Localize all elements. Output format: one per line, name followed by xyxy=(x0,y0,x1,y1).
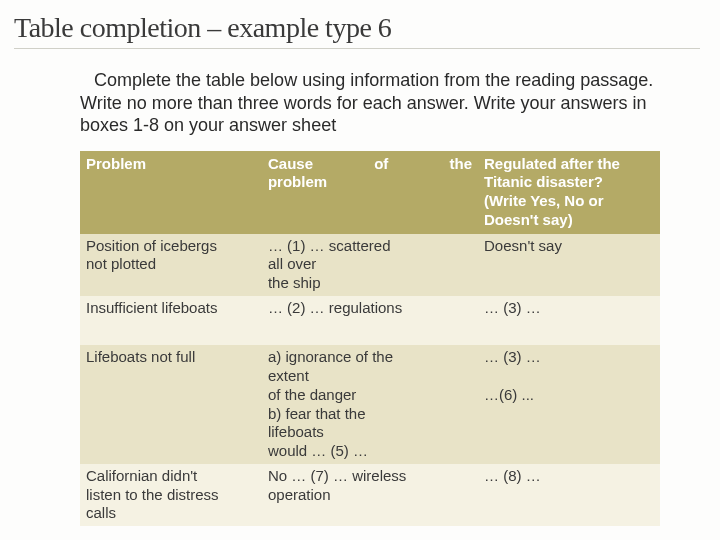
instructions-text: Complete the table below using informati… xyxy=(80,69,660,137)
completion-table: Problem Cause of the problem Regulated a… xyxy=(80,151,660,527)
cell-regulated: … (3) … …(6) ... xyxy=(478,345,660,464)
cell-regulated: … (8) … xyxy=(478,464,660,526)
cell-empty xyxy=(80,321,262,346)
cell-cause: No … (7) … wireless operation xyxy=(262,464,478,526)
cell-regulated: … (3) … xyxy=(478,296,660,321)
table-row: Insufficient lifeboats … (2) … regulatio… xyxy=(80,296,660,321)
cell-empty xyxy=(478,321,660,346)
cell-problem: Position of icebergs not plotted xyxy=(80,234,262,296)
cell-regulated: Doesn't say xyxy=(478,234,660,296)
cell-cause: … (2) … regulations xyxy=(262,296,478,321)
header-cause: Cause of the problem xyxy=(262,151,478,234)
page-title: Table completion – example type 6 xyxy=(14,12,700,49)
table-row-spacer xyxy=(80,321,660,346)
cell-problem: Lifeboats not full xyxy=(80,345,262,464)
cell-problem: Californian didn't listen to the distres… xyxy=(80,464,262,526)
table-header-row: Problem Cause of the problem Regulated a… xyxy=(80,151,660,234)
table-row: Position of icebergs not plotted … (1) …… xyxy=(80,234,660,296)
cell-cause: a) ignorance of the extent of the danger… xyxy=(262,345,478,464)
cell-problem: Insufficient lifeboats xyxy=(80,296,262,321)
header-regulated: Regulated after the Titanic disaster? (W… xyxy=(478,151,660,234)
header-problem: Problem xyxy=(80,151,262,234)
table-row: Lifeboats not full a) ignorance of the e… xyxy=(80,345,660,464)
table-row: Californian didn't listen to the distres… xyxy=(80,464,660,526)
cell-empty xyxy=(262,321,478,346)
cell-cause: … (1) … scattered all over the ship xyxy=(262,234,478,296)
